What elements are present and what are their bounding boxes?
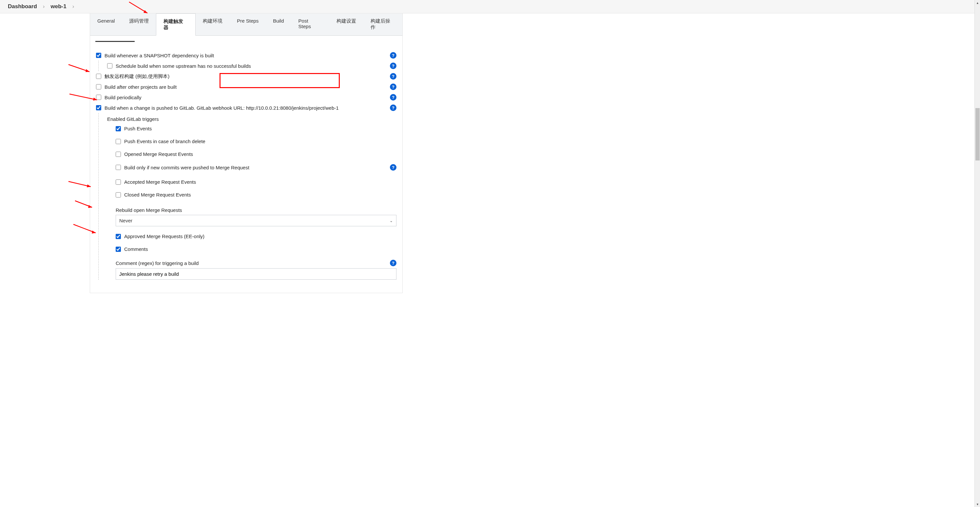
form-body: Build whenever a SNAPSHOT dependency is … (90, 36, 402, 293)
breadcrumb-project[interactable]: web-1 (51, 3, 66, 10)
row-build-only-new: Build only if new commits were pushed to… (116, 162, 396, 173)
chevron-down-icon: ⌄ (390, 218, 393, 223)
tab-scm[interactable]: 源码管理 (122, 13, 156, 35)
label-accepted-mr: Accepted Merge Request Events (124, 179, 196, 185)
help-gitlab-push[interactable]: ? (390, 105, 396, 111)
row-remote: 触发远程构建 (例如,使用脚本) ? (96, 71, 396, 81)
svg-line-6 (68, 181, 91, 187)
help-icon: ? (390, 164, 396, 171)
row-after-other: Build after other projects are built ? (96, 81, 396, 92)
label-gitlab-push: Build when a change is pushed to GitLab.… (105, 105, 339, 111)
label-after-other: Build after other projects are built (105, 84, 177, 90)
svg-marker-3 (86, 69, 89, 72)
section-title-cut (95, 41, 135, 47)
row-comments: Comments (116, 244, 396, 254)
breadcrumb: Dashboard › web-1 › (0, 0, 980, 13)
label-approved-mr: Approved Merge Requests (EE-only) (124, 234, 204, 239)
help-remote[interactable]: ? (390, 73, 396, 79)
cb-push-delete[interactable] (116, 139, 121, 144)
tab-build-settings[interactable]: 构建设置 (329, 13, 363, 35)
help-icon: ? (390, 105, 396, 111)
row-comment-regex-label: Comment (regex) for triggering a build ? (116, 258, 396, 268)
label-remote: 触发远程构建 (例如,使用脚本) (105, 73, 169, 79)
help-icon: ? (390, 84, 396, 90)
cb-remote[interactable] (96, 74, 101, 79)
label-closed-mr: Closed Merge Request Events (124, 192, 191, 197)
tab-build-triggers[interactable]: 构建触发器 (156, 13, 196, 36)
tab-post-build[interactable]: 构建后操作 (363, 13, 402, 35)
scroll-thumb[interactable] (975, 108, 980, 161)
label-push-delete: Push Events in case of branch delete (124, 138, 205, 144)
cb-periodically[interactable] (96, 95, 101, 100)
chevron-right-icon: › (72, 3, 75, 10)
label-schedule-upstream: Schedule build when some upstream has no… (116, 63, 251, 69)
cb-gitlab-push[interactable] (96, 105, 101, 110)
help-periodically[interactable]: ? (390, 94, 396, 100)
row-periodically: Build periodically ? (96, 92, 396, 103)
row-schedule-upstream: Schedule build when some upstream has no… (107, 60, 396, 71)
chevron-right-icon: › (43, 3, 45, 10)
cb-build-only-new[interactable] (116, 165, 121, 170)
tab-build-env[interactable]: 构建环境 (196, 13, 230, 35)
label-build-only-new: Build only if new commits were pushed to… (124, 165, 249, 170)
scroll-down-icon[interactable]: ▼ (975, 501, 980, 507)
cb-comments[interactable] (116, 246, 121, 252)
config-panel: General 源码管理 构建触发器 构建环境 Pre Steps Build … (90, 13, 402, 293)
tab-general[interactable]: General (90, 13, 122, 35)
comment-regex-input[interactable] (116, 268, 396, 280)
window-scrollbar[interactable]: ▲ ▼ (974, 0, 980, 507)
help-snapshot[interactable]: ? (390, 52, 396, 59)
cb-after-other[interactable] (96, 84, 101, 89)
tab-pre-steps[interactable]: Pre Steps (230, 13, 266, 35)
help-icon: ? (390, 73, 396, 79)
help-icon: ? (390, 62, 396, 69)
config-tabs: General 源码管理 构建触发器 构建环境 Pre Steps Build … (90, 13, 402, 36)
cb-closed-mr[interactable] (116, 192, 121, 197)
tab-build[interactable]: Build (266, 13, 291, 35)
rebuild-open-mr-value: Never (119, 218, 132, 223)
row-push-events: Push Events (116, 124, 396, 133)
row-approved-mr: Approved Merge Requests (EE-only) (116, 232, 396, 241)
cb-snapshot[interactable] (96, 53, 101, 58)
row-gitlab-push: Build when a change is pushed to GitLab.… (96, 103, 396, 113)
rebuild-open-mr-select[interactable]: Never ⌄ (116, 215, 396, 226)
svg-line-2 (68, 65, 89, 72)
help-icon: ? (390, 94, 396, 100)
breadcrumb-dashboard[interactable]: Dashboard (8, 3, 37, 10)
label-periodically: Build periodically (105, 95, 142, 100)
cb-approved-mr[interactable] (116, 234, 121, 239)
label-opened-mr: Opened Merge Request Events (124, 151, 193, 157)
rebuild-open-mr-label: Rebuild open Merge Requests (116, 204, 396, 215)
scroll-up-icon[interactable]: ▲ (975, 0, 980, 6)
label-push-events: Push Events (124, 126, 152, 131)
help-icon: ? (390, 52, 396, 59)
tab-post-steps[interactable]: Post Steps (291, 13, 329, 35)
row-snapshot: Build whenever a SNAPSHOT dependency is … (96, 50, 396, 60)
cb-accepted-mr[interactable] (116, 180, 121, 185)
annotation-arrow-periodically (68, 64, 92, 74)
label-snapshot: Build whenever a SNAPSHOT dependency is … (105, 53, 214, 58)
help-comment-regex[interactable]: ? (390, 260, 396, 266)
row-accepted-mr: Accepted Merge Request Events (116, 177, 396, 187)
help-after-other[interactable]: ? (390, 84, 396, 90)
help-build-only-new[interactable]: ? (390, 164, 396, 171)
cb-opened-mr[interactable] (116, 152, 121, 157)
comment-regex-label: Comment (regex) for triggering a build (116, 261, 199, 266)
label-comments: Comments (124, 246, 148, 252)
row-closed-mr: Closed Merge Request Events (116, 190, 396, 199)
help-icon: ? (390, 260, 396, 266)
row-opened-mr: Opened Merge Request Events (116, 149, 396, 159)
cb-push-events[interactable] (116, 126, 121, 131)
row-push-delete: Push Events in case of branch delete (116, 137, 396, 146)
enabled-triggers-header: Enabled GitLab triggers (107, 113, 396, 124)
cb-schedule-upstream[interactable] (107, 63, 112, 68)
help-schedule-upstream[interactable]: ? (390, 62, 396, 69)
